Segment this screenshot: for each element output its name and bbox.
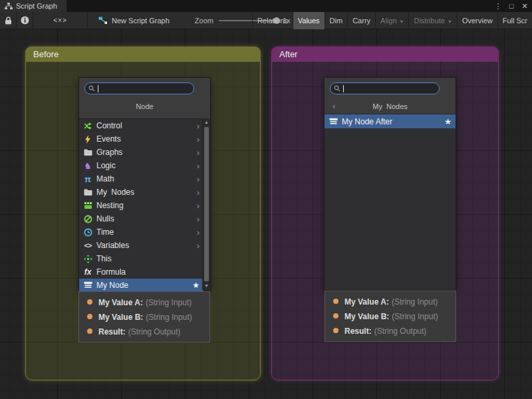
output-port-icon[interactable] bbox=[87, 329, 92, 334]
input-port-icon[interactable] bbox=[87, 299, 92, 305]
finder-item-my-nodes[interactable]: My Nodes › bbox=[79, 186, 203, 199]
dim-label: Dim bbox=[330, 17, 343, 25]
code-view-icon: <×> bbox=[53, 17, 67, 24]
finder-item-label: Events bbox=[96, 134, 194, 144]
search-box[interactable] bbox=[84, 82, 194, 94]
finder-item-this[interactable]: This bbox=[79, 252, 203, 265]
info-button[interactable] bbox=[17, 12, 33, 29]
scrollbar-thumb[interactable] bbox=[204, 127, 209, 281]
maximize-icon[interactable]: □ bbox=[507, 2, 516, 10]
search-field-wrap bbox=[330, 82, 440, 94]
close-icon[interactable]: ✕ bbox=[520, 2, 529, 11]
code-view-button[interactable]: <×> bbox=[33, 12, 88, 29]
nulls-icon bbox=[82, 215, 93, 223]
window-controls: ⋮ □ ✕ bbox=[493, 0, 529, 12]
align-label: Align bbox=[380, 17, 396, 25]
port-row-my-value-a: My Value A:(String Input) bbox=[79, 295, 209, 309]
finder-item-my-node[interactable]: My Node ★ bbox=[79, 279, 203, 292]
new-script-graph-button[interactable]: New Script Graph bbox=[92, 12, 176, 29]
finder-header: ‹ My Nodes bbox=[325, 98, 456, 115]
finder-header-label: My Nodes bbox=[372, 102, 408, 110]
scroll-down-icon[interactable]: ▼ bbox=[203, 282, 210, 290]
my-node-body-before[interactable]: My Value A:(String Input) My Value B:(St… bbox=[78, 291, 210, 342]
group-before-header[interactable]: Before bbox=[25, 47, 261, 62]
search-icon bbox=[334, 85, 340, 92]
finder-item-label: Variables bbox=[96, 241, 194, 250]
dim-button[interactable]: Dim bbox=[325, 12, 348, 29]
finder-item-events[interactable]: Events › bbox=[79, 132, 203, 146]
chevron-right-icon: › bbox=[197, 174, 201, 184]
values-button[interactable]: Values bbox=[293, 12, 325, 29]
toolbar-right-group: Relations Values Dim Carry Align▼ Distri… bbox=[252, 12, 532, 29]
graph-canvas[interactable]: Before After Node bbox=[0, 29, 532, 399]
text-caret bbox=[98, 85, 98, 92]
lock-icon bbox=[5, 17, 12, 25]
distribute-label: Distribute bbox=[414, 17, 444, 25]
this-icon bbox=[82, 255, 93, 263]
group-after-header[interactable]: After bbox=[271, 47, 499, 62]
relations-button[interactable]: Relations bbox=[252, 12, 293, 29]
finder-item-math[interactable]: π Math › bbox=[79, 172, 203, 186]
input-port-icon[interactable] bbox=[87, 314, 92, 319]
search-input[interactable] bbox=[346, 84, 436, 92]
control-icon bbox=[82, 122, 93, 130]
port-row-my-value-a: My Value A:(String Input) bbox=[325, 294, 456, 309]
my-node-body-after[interactable]: My Value A:(String Input) My Value B:(St… bbox=[325, 291, 456, 342]
finder-item-label: My Node bbox=[96, 281, 189, 290]
input-port-icon[interactable] bbox=[333, 299, 338, 304]
tab-title: Script Graph bbox=[16, 2, 57, 10]
finder-item-graphs[interactable]: Graphs › bbox=[79, 146, 203, 159]
chevron-right-icon: › bbox=[197, 214, 201, 224]
input-port-icon[interactable] bbox=[333, 313, 338, 319]
distribute-dropdown[interactable]: Distribute▼ bbox=[408, 12, 456, 29]
fuzzy-finder-before: Node Control › Events › Graphs › bbox=[78, 77, 211, 291]
finder-item-formula[interactable]: fx Formula bbox=[79, 265, 203, 279]
back-chevron-icon[interactable]: ‹ bbox=[332, 98, 335, 115]
folder-icon bbox=[82, 149, 93, 156]
port-row-my-value-b: My Value B:(String Input) bbox=[79, 309, 209, 324]
finder-item-time[interactable]: Time › bbox=[79, 225, 203, 239]
search-input[interactable] bbox=[101, 84, 190, 92]
finder-item-variables[interactable]: <> Variables › bbox=[79, 239, 203, 252]
finder-item-label: Logic bbox=[96, 161, 194, 170]
output-port-icon[interactable] bbox=[333, 328, 338, 333]
favorite-star-icon[interactable]: ★ bbox=[444, 117, 454, 126]
overview-label: Overview bbox=[462, 17, 493, 25]
finder-item-logic[interactable]: ♞ Logic › bbox=[79, 159, 203, 172]
favorite-star-icon[interactable]: ★ bbox=[192, 281, 201, 290]
overview-button[interactable]: Overview bbox=[457, 12, 497, 29]
finder-item-nulls[interactable]: Nulls › bbox=[79, 212, 203, 225]
folder-icon bbox=[82, 189, 93, 196]
graph-icon bbox=[5, 3, 13, 10]
port-name: My Value A: bbox=[98, 298, 143, 307]
carry-button[interactable]: Carry bbox=[347, 12, 375, 29]
window-menu-icon[interactable]: ⋮ bbox=[493, 2, 503, 11]
search-icon bbox=[88, 85, 95, 92]
fullscreen-button[interactable]: Full Scr bbox=[497, 12, 532, 29]
search-box[interactable] bbox=[330, 82, 440, 94]
finder-item-label: Math bbox=[96, 174, 194, 184]
title-bar: Script Graph ⋮ □ ✕ bbox=[0, 0, 532, 12]
finder-item-control[interactable]: Control › bbox=[79, 119, 203, 132]
scroll-up-icon[interactable]: ▲ bbox=[203, 118, 210, 126]
finder-item-nesting[interactable]: Nesting › bbox=[79, 199, 203, 212]
port-row-result: Result:(String Output) bbox=[325, 323, 456, 338]
port-type: (String Input) bbox=[392, 297, 438, 307]
finder-item-my-node-after[interactable]: My Node After ★ bbox=[325, 114, 456, 128]
events-icon bbox=[82, 135, 93, 144]
align-dropdown[interactable]: Align▼ bbox=[375, 12, 408, 29]
graph-toolbar: <×> New Script Graph Zoom 1x Relations V… bbox=[0, 12, 532, 29]
finder-item-label: Graphs bbox=[96, 148, 194, 157]
chevron-down-icon: ▼ bbox=[400, 19, 404, 24]
lock-button[interactable] bbox=[0, 12, 17, 29]
tab-script-graph[interactable]: Script Graph bbox=[0, 0, 66, 12]
math-icon: π bbox=[82, 174, 93, 184]
port-name: Result: bbox=[344, 327, 372, 336]
nesting-icon bbox=[82, 201, 93, 209]
port-type: (String Input) bbox=[146, 313, 192, 322]
finder-item-label: Nesting bbox=[96, 201, 194, 210]
chevron-down-icon: ▼ bbox=[448, 19, 452, 24]
node-icon bbox=[328, 118, 338, 126]
finder-scrollbar[interactable]: ▲ ▼ bbox=[202, 118, 210, 290]
new-graph-label: New Script Graph bbox=[112, 17, 170, 25]
